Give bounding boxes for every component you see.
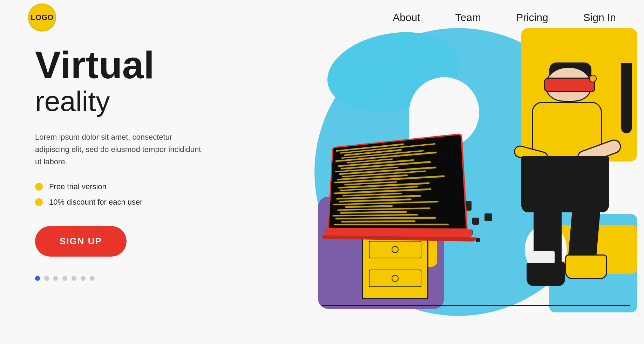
hero-title-reality: reality — [35, 86, 238, 117]
ground-line — [321, 305, 630, 306]
code-line — [345, 205, 393, 208]
char-torso-area — [523, 102, 611, 165]
feature-item-1: Free trial version — [35, 182, 238, 191]
feature-label-1: Free trial version — [49, 182, 107, 191]
drawer-1 — [369, 241, 421, 258]
hero-description: Lorem ipsum dolor sit amet, consectetur … — [35, 131, 203, 168]
vr-headset — [544, 78, 595, 92]
code-line — [341, 220, 415, 223]
drawer-handle-2 — [392, 275, 399, 282]
char-hair-back — [621, 63, 632, 133]
pagination-dot-2[interactable] — [53, 276, 58, 281]
laptop — [327, 132, 477, 242]
code-line — [332, 214, 418, 217]
pagination-dot-4[interactable] — [72, 276, 76, 281]
char-boot-left — [527, 262, 565, 286]
bullet-dot-1 — [35, 183, 43, 191]
hero-left: Virtual reality Lorem ipsum dolor sit am… — [35, 46, 238, 281]
pagination — [35, 276, 238, 281]
logo[interactable]: LOGO — [28, 4, 56, 32]
char-sock-left — [527, 251, 555, 263]
code-line — [335, 217, 436, 219]
character — [513, 67, 625, 305]
pagination-dot-5[interactable] — [81, 276, 86, 281]
feature-label-2: 10% discount for each user — [49, 198, 143, 207]
char-boot-right-outer — [565, 254, 607, 279]
laptop-screen — [328, 133, 468, 230]
features-list: Free trial version 10% discount for each… — [35, 182, 238, 207]
code-line — [340, 211, 407, 214]
code-line — [333, 224, 448, 225]
code-line — [337, 207, 431, 211]
hero-illustration — [276, 0, 644, 344]
pagination-dot-1[interactable] — [44, 276, 49, 281]
hero-title-virtual: Virtual — [35, 46, 238, 84]
char-head — [546, 67, 591, 105]
pagination-dot-6[interactable] — [90, 276, 95, 281]
ear-piece — [589, 75, 597, 82]
drawer-handle-1 — [392, 246, 399, 253]
pagination-dot-3[interactable] — [62, 276, 67, 281]
laptop-screen-inner — [329, 135, 466, 229]
char-face — [546, 67, 591, 102]
signup-button[interactable]: SIGN UP — [35, 226, 127, 257]
dark-square-5 — [484, 213, 492, 221]
bullet-dot-2 — [35, 198, 43, 206]
drawer-2 — [369, 270, 421, 287]
pagination-dot-0[interactable] — [35, 276, 40, 281]
feature-item-2: 10% discount for each user — [35, 198, 238, 207]
